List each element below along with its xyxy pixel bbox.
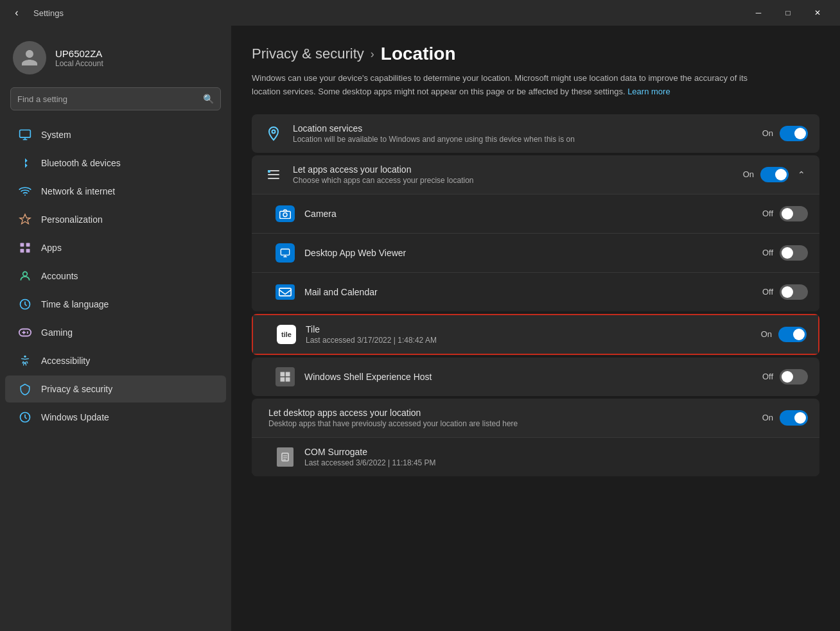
back-button[interactable]: ‹	[8, 4, 26, 22]
tile-toggle[interactable]	[778, 327, 807, 342]
sidebar-label-network: Network & internet	[41, 186, 115, 196]
desktop-app-status: Off	[762, 248, 773, 257]
sidebar-item-accessibility[interactable]: Accessibility	[5, 347, 226, 374]
tile-subtitle: Last accessed 3/17/2022 | 1:48:42 AM	[306, 336, 752, 345]
maximize-button[interactable]: □	[773, 0, 803, 26]
let-desktop-title: Let desktop apps access your location	[268, 408, 753, 418]
location-services-controls: On	[762, 126, 808, 141]
mail-toggle[interactable]	[780, 284, 808, 300]
privacy-icon	[18, 382, 32, 396]
breadcrumb: Privacy & security › Location	[252, 44, 819, 64]
svg-rect-22	[286, 377, 290, 381]
let-desktop-row: Let desktop apps access your location De…	[252, 399, 819, 438]
page-title: Location	[381, 44, 456, 64]
tile-card: tile Tile Last accessed 3/17/2022 | 1:48…	[252, 314, 819, 355]
camera-status: Off	[762, 209, 773, 218]
let-apps-controls: On ⌃	[743, 167, 808, 182]
mail-status: Off	[762, 287, 773, 297]
let-apps-subtitle: Choose which apps can access your precis…	[293, 176, 734, 185]
learn-more-link[interactable]: Learn more	[627, 87, 670, 96]
svg-point-10	[272, 130, 276, 133]
let-apps-title: Let apps access your location	[293, 164, 734, 175]
mail-title: Mail and Calendar	[304, 287, 753, 297]
sidebar: UP6502ZA Local Account 🔍 System Bluetoot…	[0, 26, 231, 631]
sidebar-label-gaming: Gaming	[41, 327, 73, 338]
sidebar-label-privacy: Privacy & security	[41, 384, 112, 394]
camera-title: Camera	[304, 209, 753, 219]
svg-point-8	[24, 356, 26, 358]
windows-shell-toggle[interactable]	[780, 369, 808, 385]
let-desktop-controls: On	[762, 410, 808, 426]
location-services-text: Location services Location will be avail…	[293, 123, 753, 144]
svg-rect-13	[268, 178, 279, 179]
mail-icon	[275, 282, 295, 302]
com-surrogate-text: COM Surrogate Last accessed 3/6/2022 | 1…	[304, 447, 808, 467]
svg-rect-19	[281, 372, 285, 376]
svg-rect-3	[21, 249, 24, 253]
sidebar-label-system: System	[41, 130, 71, 140]
camera-toggle[interactable]	[780, 206, 808, 221]
mail-controls: Off	[762, 284, 808, 300]
desktop-app-row: Desktop App Web Viewer Off	[252, 234, 819, 273]
let-desktop-toggle[interactable]	[780, 410, 808, 426]
page-description: Windows can use your device's capabiliti…	[252, 72, 778, 99]
breadcrumb-separator: ›	[371, 48, 374, 61]
desktop-app-text: Desktop App Web Viewer	[304, 248, 753, 258]
user-section: UP6502ZA Local Account	[0, 36, 231, 87]
let-apps-row: Let apps access your location Choose whi…	[252, 155, 819, 194]
search-input[interactable]	[17, 94, 203, 104]
windows-shell-row: Windows Shell Experience Host Off	[252, 358, 819, 396]
sidebar-item-gaming[interactable]: Gaming	[5, 319, 226, 346]
com-surrogate-title: COM Surrogate	[304, 447, 808, 457]
com-surrogate-row: COM Surrogate Last accessed 3/6/2022 | 1…	[252, 438, 819, 476]
let-apps-chevron[interactable]: ⌃	[795, 167, 808, 182]
sidebar-item-time[interactable]: Time & language	[5, 291, 226, 318]
windows-shell-text: Windows Shell Experience Host	[304, 372, 753, 382]
app-body: UP6502ZA Local Account 🔍 System Bluetoot…	[0, 26, 840, 631]
svg-rect-4	[26, 249, 30, 253]
sidebar-label-update: Windows Update	[41, 412, 109, 422]
update-icon	[18, 410, 32, 424]
let-apps-text: Let apps access your location Choose whi…	[293, 164, 734, 185]
svg-rect-12	[268, 174, 279, 175]
time-icon	[18, 297, 32, 311]
let-desktop-subtitle: Desktop apps that have previously access…	[268, 419, 753, 428]
minimize-button[interactable]: ─	[744, 0, 773, 26]
sidebar-item-update[interactable]: Windows Update	[5, 404, 226, 431]
sidebar-item-privacy[interactable]: Privacy & security	[5, 376, 226, 402]
svg-rect-1	[21, 243, 24, 247]
search-box[interactable]: 🔍	[10, 87, 221, 110]
sidebar-item-bluetooth[interactable]: Bluetooth & devices	[5, 150, 226, 177]
tile-controls: On	[761, 327, 807, 342]
desktop-app-toggle[interactable]	[780, 245, 808, 261]
svg-rect-14	[268, 170, 270, 173]
system-icon	[18, 128, 32, 142]
sidebar-item-system[interactable]: System	[5, 121, 226, 148]
window-controls: ─ □ ✕	[744, 0, 832, 26]
sidebar-item-apps[interactable]: Apps	[5, 234, 226, 261]
bluetooth-icon	[18, 156, 32, 170]
sidebar-label-accessibility: Accessibility	[41, 356, 90, 366]
svg-rect-0	[20, 130, 31, 138]
tile-row: tile Tile Last accessed 3/17/2022 | 1:48…	[253, 315, 818, 354]
account-type: Local Account	[55, 59, 103, 68]
sidebar-item-network[interactable]: Network & internet	[5, 178, 226, 205]
close-button[interactable]: ✕	[803, 0, 832, 26]
network-icon	[18, 184, 32, 198]
svg-rect-17	[281, 249, 289, 255]
camera-row: Camera Off	[252, 194, 819, 234]
username: UP6502ZA	[55, 48, 103, 59]
let-apps-toggle[interactable]	[760, 167, 789, 182]
titlebar: ‹ Settings ─ □ ✕	[0, 0, 840, 26]
sidebar-item-personalization[interactable]: Personalization	[5, 206, 226, 233]
sidebar-label-bluetooth: Bluetooth & devices	[41, 158, 121, 168]
sidebar-item-accounts[interactable]: Accounts	[5, 263, 226, 290]
location-services-subtitle: Location will be available to Windows an…	[293, 135, 753, 144]
windows-shell-card: Windows Shell Experience Host Off	[252, 358, 819, 396]
location-services-toggle[interactable]	[780, 126, 808, 141]
sidebar-label-accounts: Accounts	[41, 271, 78, 281]
let-apps-status: On	[743, 169, 754, 179]
svg-rect-2	[26, 243, 30, 247]
let-desktop-status: On	[762, 413, 773, 422]
let-apps-icon	[263, 164, 284, 185]
